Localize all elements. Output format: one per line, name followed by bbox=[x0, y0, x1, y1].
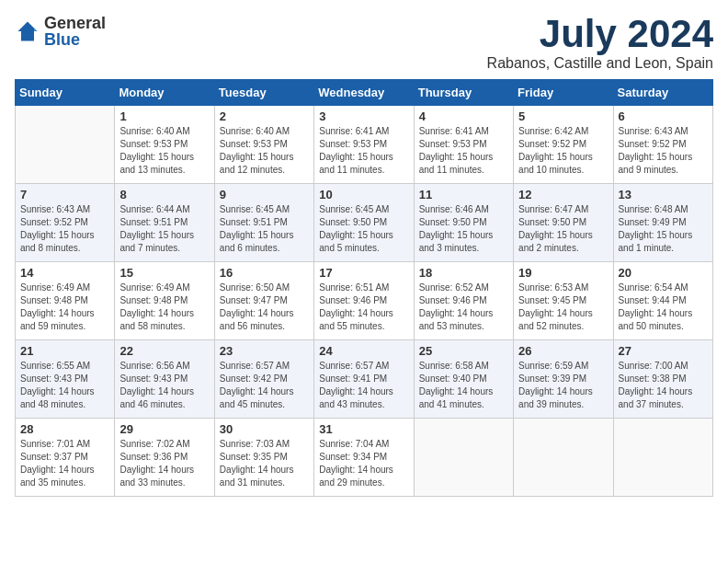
day-detail: Sunrise: 6:43 AMSunset: 9:52 PMDaylight:… bbox=[20, 203, 109, 255]
header: General Blue July 2024 Rabanos, Castille… bbox=[15, 15, 713, 72]
day-detail: Sunrise: 6:41 AMSunset: 9:53 PMDaylight:… bbox=[319, 125, 408, 177]
day-cell bbox=[514, 419, 613, 497]
day-number: 27 bbox=[619, 344, 708, 358]
header-row: SundayMondayTuesdayWednesdayThursdayFrid… bbox=[16, 80, 713, 106]
day-cell: 1Sunrise: 6:40 AMSunset: 9:53 PMDaylight… bbox=[115, 106, 214, 184]
day-number: 28 bbox=[20, 422, 109, 436]
day-detail: Sunrise: 6:42 AMSunset: 9:52 PMDaylight:… bbox=[518, 125, 608, 177]
day-number: 20 bbox=[619, 266, 708, 280]
day-cell: 4Sunrise: 6:41 AMSunset: 9:53 PMDaylight… bbox=[414, 106, 513, 184]
day-number: 1 bbox=[119, 109, 209, 123]
day-number: 24 bbox=[319, 344, 408, 358]
day-cell: 7Sunrise: 6:43 AMSunset: 9:52 PMDaylight… bbox=[16, 184, 115, 262]
day-cell: 13Sunrise: 6:48 AMSunset: 9:49 PMDayligh… bbox=[613, 184, 712, 262]
day-number: 8 bbox=[119, 188, 209, 201]
day-cell: 26Sunrise: 6:59 AMSunset: 9:39 PMDayligh… bbox=[514, 340, 613, 419]
day-detail: Sunrise: 6:45 AMSunset: 9:51 PMDaylight:… bbox=[220, 203, 309, 255]
day-cell: 12Sunrise: 6:47 AMSunset: 9:50 PMDayligh… bbox=[514, 184, 613, 262]
day-cell: 25Sunrise: 6:58 AMSunset: 9:40 PMDayligh… bbox=[414, 340, 513, 419]
day-cell: 2Sunrise: 6:40 AMSunset: 9:53 PMDaylight… bbox=[214, 106, 313, 184]
week-row-2: 7Sunrise: 6:43 AMSunset: 9:52 PMDaylight… bbox=[16, 184, 713, 262]
day-detail: Sunrise: 6:44 AMSunset: 9:51 PMDaylight:… bbox=[119, 203, 209, 255]
day-detail: Sunrise: 6:53 AMSunset: 9:45 PMDaylight:… bbox=[518, 282, 608, 333]
week-row-5: 28Sunrise: 7:01 AMSunset: 9:37 PMDayligh… bbox=[16, 419, 713, 497]
day-detail: Sunrise: 6:41 AMSunset: 9:53 PMDaylight:… bbox=[419, 125, 508, 177]
day-cell bbox=[613, 419, 712, 497]
day-number: 23 bbox=[220, 344, 309, 358]
header-cell-wednesday: Wednesday bbox=[314, 80, 414, 106]
day-detail: Sunrise: 7:04 AMSunset: 9:34 PMDaylight:… bbox=[319, 438, 408, 489]
calendar-table: SundayMondayTuesdayWednesdayThursdayFrid… bbox=[15, 79, 713, 497]
day-number: 25 bbox=[419, 344, 508, 358]
day-number: 26 bbox=[518, 344, 608, 358]
logo: General Blue bbox=[15, 15, 106, 48]
day-detail: Sunrise: 6:54 AMSunset: 9:44 PMDaylight:… bbox=[619, 282, 708, 333]
day-cell: 28Sunrise: 7:01 AMSunset: 9:37 PMDayligh… bbox=[16, 419, 115, 497]
day-number: 4 bbox=[419, 109, 508, 123]
day-number: 14 bbox=[20, 266, 109, 280]
day-cell: 17Sunrise: 6:51 AMSunset: 9:46 PMDayligh… bbox=[314, 262, 414, 340]
day-detail: Sunrise: 6:47 AMSunset: 9:50 PMDaylight:… bbox=[518, 203, 608, 255]
day-detail: Sunrise: 6:46 AMSunset: 9:50 PMDaylight:… bbox=[419, 203, 508, 255]
week-row-3: 14Sunrise: 6:49 AMSunset: 9:48 PMDayligh… bbox=[16, 262, 713, 340]
day-cell: 23Sunrise: 6:57 AMSunset: 9:42 PMDayligh… bbox=[214, 340, 313, 419]
header-cell-sunday: Sunday bbox=[16, 80, 115, 106]
day-cell: 20Sunrise: 6:54 AMSunset: 9:44 PMDayligh… bbox=[613, 262, 712, 340]
day-cell: 22Sunrise: 6:56 AMSunset: 9:43 PMDayligh… bbox=[115, 340, 214, 419]
header-cell-friday: Friday bbox=[514, 80, 613, 106]
day-cell: 19Sunrise: 6:53 AMSunset: 9:45 PMDayligh… bbox=[514, 262, 613, 340]
day-number: 19 bbox=[518, 266, 608, 280]
day-detail: Sunrise: 7:01 AMSunset: 9:37 PMDaylight:… bbox=[20, 438, 109, 489]
day-cell: 3Sunrise: 6:41 AMSunset: 9:53 PMDaylight… bbox=[314, 106, 414, 184]
day-detail: Sunrise: 6:40 AMSunset: 9:53 PMDaylight:… bbox=[119, 125, 209, 177]
day-detail: Sunrise: 6:45 AMSunset: 9:50 PMDaylight:… bbox=[319, 203, 408, 255]
header-cell-monday: Monday bbox=[115, 80, 214, 106]
day-number: 2 bbox=[220, 109, 309, 123]
day-number: 22 bbox=[119, 344, 209, 358]
day-detail: Sunrise: 6:40 AMSunset: 9:53 PMDaylight:… bbox=[220, 125, 309, 177]
day-number: 29 bbox=[119, 422, 209, 436]
day-cell: 31Sunrise: 7:04 AMSunset: 9:34 PMDayligh… bbox=[314, 419, 414, 497]
day-detail: Sunrise: 7:00 AMSunset: 9:38 PMDaylight:… bbox=[619, 360, 708, 411]
day-cell: 21Sunrise: 6:55 AMSunset: 9:43 PMDayligh… bbox=[16, 340, 115, 419]
day-number: 12 bbox=[518, 188, 608, 201]
day-cell: 15Sunrise: 6:49 AMSunset: 9:48 PMDayligh… bbox=[115, 262, 214, 340]
day-number: 3 bbox=[319, 109, 408, 123]
day-cell: 29Sunrise: 7:02 AMSunset: 9:36 PMDayligh… bbox=[115, 419, 214, 497]
header-cell-thursday: Thursday bbox=[414, 80, 513, 106]
day-number: 13 bbox=[619, 188, 708, 201]
logo-text: General Blue bbox=[44, 15, 106, 48]
day-number: 15 bbox=[119, 266, 209, 280]
day-detail: Sunrise: 7:02 AMSunset: 9:36 PMDaylight:… bbox=[119, 438, 209, 489]
day-detail: Sunrise: 6:58 AMSunset: 9:40 PMDaylight:… bbox=[419, 360, 508, 411]
day-number: 17 bbox=[319, 266, 408, 280]
day-number: 6 bbox=[619, 109, 708, 123]
day-cell: 14Sunrise: 6:49 AMSunset: 9:48 PMDayligh… bbox=[16, 262, 115, 340]
logo-blue: Blue bbox=[44, 31, 106, 48]
week-row-1: 1Sunrise: 6:40 AMSunset: 9:53 PMDaylight… bbox=[16, 106, 713, 184]
day-cell: 27Sunrise: 7:00 AMSunset: 9:38 PMDayligh… bbox=[613, 340, 712, 419]
day-detail: Sunrise: 6:56 AMSunset: 9:43 PMDaylight:… bbox=[119, 360, 209, 411]
location-title: Rabanos, Castille and Leon, Spain bbox=[487, 55, 713, 72]
day-number: 9 bbox=[220, 188, 309, 201]
day-number: 5 bbox=[518, 109, 608, 123]
day-cell: 30Sunrise: 7:03 AMSunset: 9:35 PMDayligh… bbox=[214, 419, 313, 497]
day-cell: 9Sunrise: 6:45 AMSunset: 9:51 PMDaylight… bbox=[214, 184, 313, 262]
day-detail: Sunrise: 6:52 AMSunset: 9:46 PMDaylight:… bbox=[419, 282, 508, 333]
day-detail: Sunrise: 6:57 AMSunset: 9:42 PMDaylight:… bbox=[220, 360, 309, 411]
day-cell: 18Sunrise: 6:52 AMSunset: 9:46 PMDayligh… bbox=[414, 262, 513, 340]
day-number: 31 bbox=[319, 422, 408, 436]
day-number: 21 bbox=[20, 344, 109, 358]
day-cell: 5Sunrise: 6:42 AMSunset: 9:52 PMDaylight… bbox=[514, 106, 613, 184]
day-detail: Sunrise: 6:55 AMSunset: 9:43 PMDaylight:… bbox=[20, 360, 109, 411]
day-detail: Sunrise: 6:49 AMSunset: 9:48 PMDaylight:… bbox=[119, 282, 209, 333]
week-row-4: 21Sunrise: 6:55 AMSunset: 9:43 PMDayligh… bbox=[16, 340, 713, 419]
header-cell-saturday: Saturday bbox=[613, 80, 712, 106]
day-detail: Sunrise: 7:03 AMSunset: 9:35 PMDaylight:… bbox=[220, 438, 309, 489]
day-cell: 16Sunrise: 6:50 AMSunset: 9:47 PMDayligh… bbox=[214, 262, 313, 340]
day-cell bbox=[414, 419, 513, 497]
header-cell-tuesday: Tuesday bbox=[214, 80, 313, 106]
day-detail: Sunrise: 6:59 AMSunset: 9:39 PMDaylight:… bbox=[518, 360, 608, 411]
month-title: July 2024 bbox=[487, 15, 713, 53]
day-cell: 10Sunrise: 6:45 AMSunset: 9:50 PMDayligh… bbox=[314, 184, 414, 262]
